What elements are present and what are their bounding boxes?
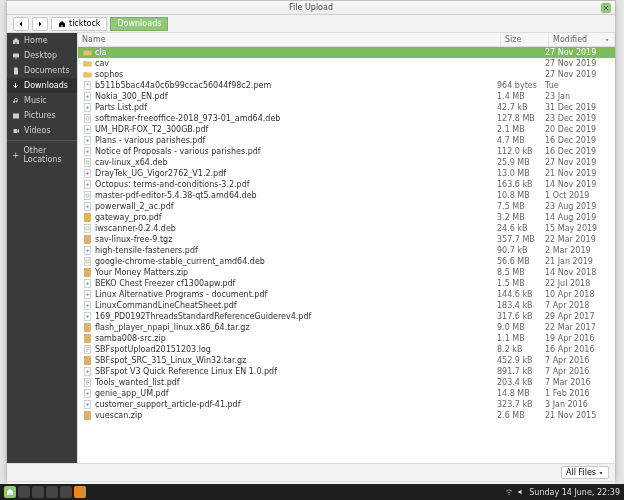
close-icon [603, 5, 609, 11]
taskbar-app-button[interactable] [18, 486, 30, 498]
file-row[interactable]: Tools_wanted_list.pdf203.4 kB7 Mar 2016 [78, 377, 615, 388]
file-row[interactable]: SBFspot V3 Quick Reference Linux EN 1.0.… [78, 366, 615, 377]
taskbar-app-button[interactable] [32, 486, 44, 498]
file-size: 14.8 MB [497, 389, 545, 398]
file-row[interactable]: Plans - various parishes.pdf4.7 MB16 Dec… [78, 135, 615, 146]
file-modified: 14 Nov 2018 [545, 268, 611, 277]
col-modified-header[interactable]: Modified [549, 33, 615, 46]
archive-icon [82, 323, 92, 333]
file-row[interactable]: SBFspot_SRC_315_Linux_Win32.tar.gz452.9 … [78, 355, 615, 366]
sidebar-item-pictures[interactable]: Pictures [7, 108, 77, 123]
sidebar-item-documents[interactable]: Documents [7, 63, 77, 78]
file-row[interactable]: flash_player_npapi_linux.x86_64.tar.gz9.… [78, 322, 615, 333]
file-name: gateway_pro.pdf [95, 213, 497, 222]
nav-back-button[interactable] [13, 17, 29, 31]
file-size: 8.2 kB [497, 345, 545, 354]
start-menu-button[interactable] [4, 486, 16, 498]
file-modified: 23 Jan [545, 92, 611, 101]
file-row[interactable]: b511b5bac44a0c6b99ccac56044f98c2.pem964 … [78, 80, 615, 91]
file-modified: 2 Mar 2019 [545, 246, 611, 255]
file-row[interactable]: softmaker-freeoffice-2018_973-01_amd64.d… [78, 113, 615, 124]
folder-icon [82, 59, 92, 69]
file-row[interactable]: Nokia_300_EN.pdf1.4 MB23 Jan [78, 91, 615, 102]
sidebar-item-videos[interactable]: Videos [7, 123, 77, 138]
file-row[interactable]: gateway_pro.pdf3.2 MB14 Aug 2019 [78, 212, 615, 223]
breadcrumb-current[interactable]: Downloads [110, 17, 168, 31]
file-row[interactable]: DrayTek_UG_Vigor2762_V1.2.pdf13.0 MB21 N… [78, 168, 615, 179]
pdf-green-icon [82, 103, 92, 113]
file-row[interactable]: vuescan.zip2.6 MB21 Nov 2015 [78, 410, 615, 421]
file-row[interactable]: cav-linux_x64.deb25.9 MB27 Nov 2019 [78, 157, 615, 168]
breadcrumb-label: Downloads [117, 17, 161, 31]
file-row[interactable]: Octopus: terms-and-conditions-3.2.pdf163… [78, 179, 615, 190]
download-icon [12, 82, 20, 90]
file-modified: 23 Aug 2019 [545, 202, 611, 211]
file-filter-dropdown[interactable]: All Files [561, 466, 609, 479]
taskbar-app-button[interactable] [46, 486, 58, 498]
file-row[interactable]: samba008-src.zip1.1 MB19 Apr 2016 [78, 333, 615, 344]
col-size-header[interactable]: Size [501, 33, 549, 46]
file-row[interactable]: 169_PD0192ThreadsStandardReferenceGuider… [78, 311, 615, 322]
file-name: customer_support_article-pdf-41.pdf [95, 400, 497, 409]
music-icon [12, 97, 20, 105]
file-row[interactable]: sophos27 Nov 2019 [78, 69, 615, 80]
file-row[interactable]: BEKO Chest Freezer cf1300apw.pdf1.5 MB22… [78, 278, 615, 289]
file-row[interactable]: high-tensile-fasteners.pdf90.7 kB2 Mar 2… [78, 245, 615, 256]
sidebar-item-desktop[interactable]: Desktop [7, 48, 77, 63]
file-name: LinuxCommandLineCheatSheet.pdf [95, 301, 497, 310]
plus-icon: + [12, 151, 20, 160]
file-name: UM_HDR-FOX_T2_300GB.pdf [95, 125, 497, 134]
file-row[interactable]: Linux Alternative Programs - document.pd… [78, 289, 615, 300]
pdf-green-icon [82, 400, 92, 410]
file-row[interactable]: customer_support_article-pdf-41.pdf323.7… [78, 399, 615, 410]
column-headers: Name Size Modified [78, 33, 615, 47]
file-modified: 22 Mar 2019 [545, 235, 611, 244]
window-close-button[interactable] [601, 3, 611, 13]
file-row[interactable]: cav27 Nov 2019 [78, 58, 615, 69]
taskbar-app-button[interactable] [60, 486, 72, 498]
file-name: powerwall_2_ac.pdf [95, 202, 497, 211]
file-modified: Tue [545, 81, 611, 90]
file-row[interactable]: Notice of Proposals - various parishes.p… [78, 146, 615, 157]
sidebar-item-home[interactable]: Home [7, 33, 77, 48]
file-row[interactable]: UM_HDR-FOX_T2_300GB.pdf2.1 MB20 Dec 2019 [78, 124, 615, 135]
file-name: SBFspotUpload20151203.log [95, 345, 497, 354]
file-name: Parts List.pdf [95, 103, 497, 112]
sort-descending-icon [604, 37, 610, 43]
file-row[interactable]: master-pdf-editor-5.4.38-qt5.amd64.deb10… [78, 190, 615, 201]
taskbar-clock[interactable]: Sunday 14 June, 22:39 [529, 488, 620, 497]
file-row[interactable]: sav-linux-free-9.tgz357.7 MB22 Mar 2019 [78, 234, 615, 245]
pdf-green-icon [82, 125, 92, 135]
pdf-green-icon [82, 92, 92, 102]
titlebar: File Upload [7, 1, 615, 15]
file-modified: 16 Dec 2019 [545, 147, 611, 156]
taskbar-app-button[interactable] [74, 486, 86, 498]
file-row[interactable]: powerwall_2_ac.pdf7.5 MB23 Aug 2019 [78, 201, 615, 212]
file-row[interactable]: cla27 Nov 2019 [78, 47, 615, 58]
pdf-green-icon [82, 246, 92, 256]
file-row[interactable]: LinuxCommandLineCheatSheet.pdf183.4 kB7 … [78, 300, 615, 311]
file-row[interactable]: iwscanner-0.2.4.deb24.6 kB15 May 2019 [78, 223, 615, 234]
wifi-icon[interactable] [505, 488, 513, 496]
file-size: 144.6 kB [497, 290, 545, 299]
file-modified: 22 Jul 2018 [545, 279, 611, 288]
pdf-green-icon [82, 389, 92, 399]
file-name: Your Money Matters.zip [95, 268, 497, 277]
file-modified: 16 Dec 2019 [545, 136, 611, 145]
folder-icon [82, 48, 92, 58]
volume-icon[interactable] [517, 488, 525, 496]
window-title: File Upload [289, 3, 333, 12]
file-row[interactable]: SBFspotUpload20151203.log8.2 kB16 Apr 20… [78, 344, 615, 355]
file-row[interactable]: genie_app_UM.pdf14.8 MB1 Feb 2016 [78, 388, 615, 399]
col-name-header[interactable]: Name [78, 33, 501, 46]
file-size: 112.0 kB [497, 147, 545, 156]
file-row[interactable]: google-chrome-stable_current_amd64.deb56… [78, 256, 615, 267]
file-size: 4.7 MB [497, 136, 545, 145]
file-row[interactable]: Your Money Matters.zip8.5 MB14 Nov 2018 [78, 267, 615, 278]
nav-forward-button[interactable] [32, 17, 48, 31]
sidebar-other-locations[interactable]: +Other Locations [7, 143, 77, 167]
sidebar-item-music[interactable]: Music [7, 93, 77, 108]
file-row[interactable]: Parts List.pdf42.7 kB31 Dec 2019 [78, 102, 615, 113]
sidebar-item-downloads[interactable]: Downloads [7, 78, 77, 93]
breadcrumb-home[interactable]: ticktock [51, 17, 107, 31]
